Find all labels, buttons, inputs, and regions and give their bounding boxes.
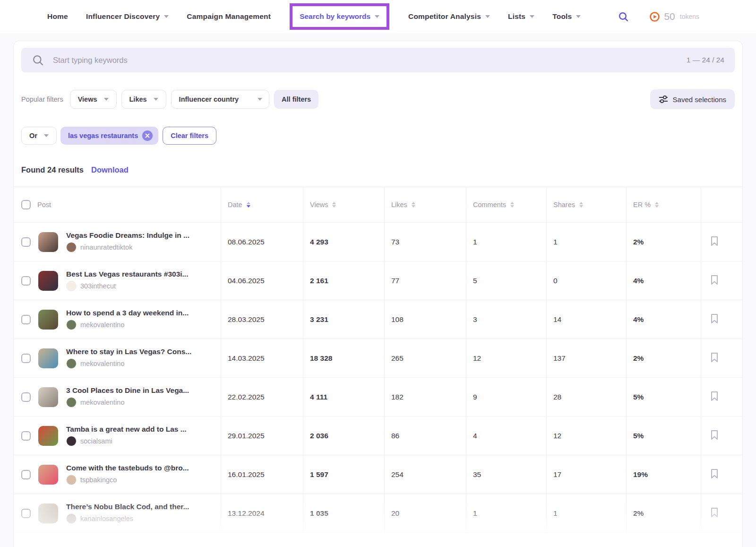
column-label-likes[interactable]: Likes <box>391 201 407 208</box>
post-title[interactable]: How to spend a 3 day weekend in... <box>66 309 189 317</box>
keyword-search-bar[interactable]: 1 — 24 / 24 <box>21 48 735 72</box>
table-row: Vegas Foodie Dreams: Indulge in ... nina… <box>14 223 742 261</box>
row-checkbox[interactable] <box>21 470 31 479</box>
bookmark-icon[interactable] <box>710 313 719 326</box>
likes-cell: 182 <box>385 378 466 416</box>
row-checkbox[interactable] <box>21 354 31 363</box>
sort-icon[interactable] <box>412 202 415 208</box>
column-label-date[interactable]: Date <box>228 201 242 208</box>
nav-item-home[interactable]: Home <box>47 12 68 21</box>
nav-label-tools[interactable]: Tools <box>552 12 572 21</box>
sort-icon[interactable] <box>247 202 250 208</box>
username[interactable]: mekovalentino <box>80 321 125 329</box>
token-icon <box>649 11 660 22</box>
chevron-down-icon <box>154 98 158 101</box>
nav-item-influencer-discovery[interactable]: Influencer Discovery <box>86 12 169 21</box>
nav-label-competitor-analysis[interactable]: Competitor Analysis <box>408 12 481 21</box>
post-title[interactable]: Vegas Foodie Dreams: Indulge in ... <box>66 231 189 239</box>
all-filters-button[interactable]: All filters <box>274 90 318 109</box>
post-title[interactable]: Where to stay in Las Vegas? Cons... <box>66 347 191 356</box>
column-header-date[interactable]: Date <box>221 187 303 222</box>
post-title[interactable]: Come with the tastebuds to @bro... <box>66 464 189 472</box>
post-thumbnail[interactable] <box>38 426 58 446</box>
keyword-search-input[interactable] <box>53 56 687 65</box>
column-label-er[interactable]: ER % <box>633 201 651 208</box>
column-label-views[interactable]: Views <box>310 201 328 208</box>
column-header-likes[interactable]: Likes <box>385 187 466 222</box>
nav-item-lists[interactable]: Lists <box>508 12 534 21</box>
operator-dropdown[interactable]: Or <box>21 127 57 145</box>
likes-filter-dropdown[interactable]: Likes <box>121 90 166 109</box>
post-title[interactable]: There’s Nobu Black Cod, and ther... <box>66 503 189 511</box>
nav-label-lists[interactable]: Lists <box>508 12 525 21</box>
row-checkbox[interactable] <box>21 392 31 402</box>
nav-label-home[interactable]: Home <box>47 12 68 21</box>
column-label-shares[interactable]: Shares <box>553 201 575 208</box>
influencer-country-dropdown[interactable]: Influencer country <box>171 90 270 109</box>
bookmark-icon[interactable] <box>710 429 719 443</box>
sort-icon[interactable] <box>510 202 514 208</box>
post-thumbnail[interactable] <box>38 310 58 330</box>
date-cell: 13.12.2024 <box>221 494 303 532</box>
remove-chip-icon[interactable] <box>142 130 153 141</box>
post-thumbnail[interactable] <box>38 232 58 252</box>
tokens-count: 50 <box>664 11 675 22</box>
download-link[interactable]: Download <box>91 165 129 174</box>
post-thumbnail[interactable] <box>38 348 58 368</box>
post-thumbnail[interactable] <box>38 271 58 291</box>
username[interactable]: mekovalentino <box>80 360 125 367</box>
post-thumbnail[interactable] <box>38 465 58 485</box>
post-thumbnail[interactable] <box>38 504 58 523</box>
bookmark-icon[interactable] <box>710 468 719 481</box>
bookmark-cell <box>701 339 743 377</box>
table-row: Come with the tastebuds to @bro... tspba… <box>14 455 742 494</box>
post-title[interactable]: 3 Cool Places to Dine in Las Vega... <box>66 386 189 394</box>
clear-filters-button[interactable]: Clear filters <box>163 127 216 145</box>
post-title[interactable]: Best Las Vegas restaurants #303i... <box>66 270 188 278</box>
nav-label-campaign-management[interactable]: Campaign Management <box>187 12 271 21</box>
post-thumbnail[interactable] <box>38 387 58 407</box>
nav-item-search-by-keywords[interactable]: Search by keywords <box>300 12 370 21</box>
bookmark-icon[interactable] <box>710 274 719 287</box>
sort-icon[interactable] <box>579 202 583 208</box>
tokens-balance[interactable]: 50 tokens <box>649 11 699 22</box>
column-header-views[interactable]: Views <box>303 187 385 222</box>
chevron-down-icon <box>576 15 581 18</box>
row-checkbox[interactable] <box>21 276 31 286</box>
nav-search-icon[interactable] <box>618 11 629 23</box>
views-filter-dropdown[interactable]: Views <box>70 90 117 109</box>
er-cell: 5% <box>627 378 701 416</box>
row-checkbox[interactable] <box>21 237 31 247</box>
row-checkbox[interactable] <box>21 509 31 518</box>
row-checkbox[interactable] <box>21 431 31 441</box>
nav-item-tools[interactable]: Tools <box>552 12 581 21</box>
nav-item-competitor-analysis[interactable]: Competitor Analysis <box>408 12 490 21</box>
bookmark-icon[interactable] <box>710 391 719 404</box>
post-title[interactable]: Tamba is a great new add to Las ... <box>66 425 187 433</box>
username[interactable]: ninaunratedtiktok <box>80 243 132 251</box>
column-label-comments[interactable]: Comments <box>473 201 506 208</box>
sort-icon[interactable] <box>655 202 659 208</box>
username[interactable]: tspbakingco <box>80 476 117 484</box>
saved-selections-button[interactable]: Saved selections <box>650 89 735 109</box>
sort-icon[interactable] <box>332 202 336 208</box>
column-header-er[interactable]: ER % <box>627 187 701 222</box>
username[interactable]: kanainlosangeles <box>80 515 133 522</box>
row-checkbox[interactable] <box>21 315 31 324</box>
column-header-bookmark <box>701 187 743 222</box>
date-cell: 08.06.2025 <box>221 223 303 261</box>
bookmark-icon[interactable] <box>710 507 719 520</box>
username[interactable]: mekovalentino <box>80 399 125 406</box>
column-header-comments[interactable]: Comments <box>466 187 547 222</box>
bookmark-icon[interactable] <box>710 352 719 365</box>
active-filters-row: Or las vegas restaurants Clear filters <box>21 127 735 145</box>
select-all-checkbox[interactable] <box>21 200 31 209</box>
username[interactable]: 303inthecut <box>80 282 116 290</box>
column-header-shares[interactable]: Shares <box>547 187 627 222</box>
column-label-post: Post <box>37 201 51 208</box>
nav-item-campaign-management[interactable]: Campaign Management <box>187 12 271 21</box>
nav-label-influencer-discovery[interactable]: Influencer Discovery <box>86 12 160 21</box>
username[interactable]: socialsami <box>80 437 112 445</box>
bookmark-icon[interactable] <box>710 235 719 249</box>
date-cell: 28.03.2025 <box>221 300 303 339</box>
